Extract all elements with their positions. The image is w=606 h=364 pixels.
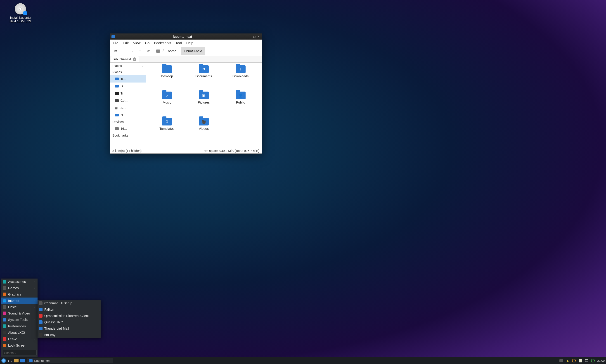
menu-accessories[interactable]: Accessories›	[1, 279, 38, 285]
folder-downloads[interactable]: ↓Downloads	[232, 65, 249, 78]
menu-view[interactable]: View	[133, 41, 141, 45]
submenu-nm-tray[interactable]: nm-tray	[38, 332, 101, 338]
lock-icon	[3, 344, 6, 347]
sidebar-item-trash[interactable]: Tr…	[110, 90, 146, 97]
tray-orange-ring-icon[interactable]	[572, 359, 576, 363]
path-root[interactable]	[154, 47, 162, 55]
launcher-file-manager[interactable]	[14, 359, 19, 363]
games-icon	[3, 286, 6, 290]
taskbar-entry-file-manager[interactable]: lubuntu-next	[27, 358, 113, 363]
back-button[interactable]: ←	[120, 48, 127, 54]
folder-icon: 🎥	[199, 118, 209, 126]
folder-videos[interactable]: 🎥Videos	[199, 118, 209, 130]
submenu-qtransmission[interactable]: Qtransmission Bittorrent Client	[38, 313, 101, 319]
window-title: lubuntu-next	[117, 35, 248, 39]
workspace-1[interactable]: 1	[8, 359, 9, 363]
folder-music[interactable]: ♪Music	[162, 91, 172, 104]
tab-lubuntu-next[interactable]: lubuntu-next ✕	[111, 56, 139, 62]
office-icon	[3, 305, 6, 309]
system-tools-icon	[3, 318, 6, 322]
sidebar-item-applications[interactable]: ▦A…	[110, 104, 146, 111]
sidebar-item-computer[interactable]: Co…	[110, 97, 146, 104]
sidebar-item-network[interactable]: N…	[110, 111, 146, 119]
menu-system-tools[interactable]: System Tools›	[1, 316, 38, 323]
start-menu: Accessories› Games› Graphics› 🌐Internet›…	[1, 279, 38, 357]
sidebar: Places⌄ Places lu… D… Tr… Co… ▦A… N… Dev…	[110, 63, 146, 148]
path-separator: /	[163, 49, 164, 53]
menu-file[interactable]: File	[113, 41, 118, 45]
sidebar-header[interactable]: Places⌄	[110, 63, 146, 69]
file-grid: Desktop 🗎Documents ↓Downloads ♪Music ▣Pi…	[146, 63, 262, 148]
folder-icon	[115, 85, 119, 88]
folder-icon: 👤	[236, 91, 245, 99]
path-current[interactable]: lubuntu-next	[181, 47, 205, 55]
menu-tool[interactable]: Tool	[175, 41, 182, 45]
sidebar-item-device[interactable]: 16…	[110, 125, 146, 132]
apps-icon: ▦	[115, 106, 119, 109]
tray-green-ring-icon[interactable]	[591, 359, 595, 363]
menu-search-input[interactable]	[2, 350, 37, 355]
menu-office[interactable]: Office›	[1, 304, 38, 310]
internet-icon: 🌐	[3, 299, 6, 302]
folder-templates[interactable]: 🗋Templates	[159, 118, 174, 130]
path-home[interactable]: home	[165, 47, 179, 55]
close-button[interactable]: ✕	[256, 35, 260, 38]
up-button[interactable]: ↑	[136, 48, 143, 54]
status-items: 8 item(s) (11 hidden)	[112, 149, 142, 153]
start-button[interactable]	[1, 358, 6, 363]
disc-icon: ↓	[15, 3, 26, 14]
submenu-thunderbird[interactable]: Thunderbird Mail	[38, 325, 101, 332]
menu-edit[interactable]: Edit	[123, 41, 129, 45]
tab-bar: lubuntu-next ✕	[110, 56, 262, 63]
tab-close-icon[interactable]: ✕	[133, 57, 136, 61]
menu-graphics[interactable]: Graphics›	[1, 291, 38, 298]
folder-icon: 🗎	[199, 65, 209, 73]
submenu-internet: Connman UI Setup Falkon Qtransmission Bi…	[38, 300, 101, 338]
workspace-2[interactable]: 2	[11, 359, 12, 363]
submenu-quassel[interactable]: Quassel IRC	[38, 319, 101, 325]
chevron-right-icon: ›	[34, 325, 35, 328]
nm-tray-icon	[39, 333, 42, 337]
desktop-icon-install[interactable]: ↓ Install Lubuntu Next 18.04 LTS	[8, 3, 33, 23]
launcher-show-desktop[interactable]	[20, 359, 25, 363]
submenu-falkon[interactable]: Falkon	[38, 306, 101, 313]
menu-go[interactable]: Go	[145, 41, 149, 45]
folder-public[interactable]: 👤Public	[236, 91, 245, 104]
menu-help[interactable]: Help	[186, 41, 193, 45]
reload-button[interactable]: ⟳	[144, 48, 152, 54]
menu-about-lxqt[interactable]: About LXQt	[1, 329, 38, 336]
drive-icon	[156, 50, 160, 53]
menu-sound-video[interactable]: Sound & Video›	[1, 310, 38, 316]
new-tab-button[interactable]: ⧉	[112, 48, 119, 54]
chevron-right-icon: ›	[34, 306, 35, 308]
folder-icon	[29, 359, 33, 362]
folder-documents[interactable]: 🗎Documents	[195, 65, 212, 78]
sidebar-item-home[interactable]: lu…	[110, 75, 146, 82]
menubar: File Edit View Go Bookmarks Tool Help	[110, 39, 262, 46]
maximize-button[interactable]: ▢	[252, 35, 256, 38]
sidebar-group-bookmarks: Bookmarks	[110, 132, 146, 139]
menu-bookmarks[interactable]: Bookmarks	[154, 41, 171, 45]
menu-games[interactable]: Games›	[1, 285, 38, 291]
menu-preferences[interactable]: Preferences›	[1, 323, 38, 329]
tray-keyboard-icon[interactable]	[559, 359, 563, 363]
menu-leave[interactable]: Leave›	[1, 336, 38, 342]
tray-display-icon[interactable]	[584, 359, 589, 363]
submenu-connman[interactable]: Connman UI Setup	[38, 300, 101, 306]
minimize-button[interactable]: —	[248, 35, 252, 38]
tray-clipboard-icon[interactable]	[578, 359, 582, 363]
sidebar-group-devices: Devices	[110, 119, 146, 125]
menu-internet[interactable]: 🌐Internet›	[1, 298, 38, 304]
status-free-space: Free space: 949.0 MiB (Total: 996.7 MiB)	[202, 149, 259, 153]
taskbar-entry-label: lubuntu-next	[34, 359, 50, 363]
folder-desktop[interactable]: Desktop	[161, 65, 173, 78]
sidebar-item-desktop[interactable]: D…	[110, 82, 146, 90]
clock[interactable]: 21:00	[597, 359, 605, 363]
window-titlebar[interactable]: lubuntu-next — ▢ ✕	[110, 34, 262, 39]
forward-button[interactable]: →	[128, 48, 135, 54]
menu-lock-screen[interactable]: Lock Screen	[1, 342, 38, 349]
tray-updates-icon[interactable]: ▲	[566, 359, 570, 363]
folder-pictures[interactable]: ▣Pictures	[198, 91, 210, 104]
chevron-right-icon: ›	[34, 318, 35, 321]
folder-icon	[162, 65, 172, 73]
